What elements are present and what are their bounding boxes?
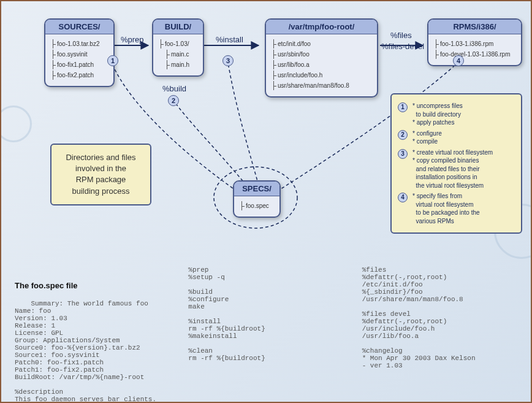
file-entry: foo-1.03.tar.bz2 — [53, 39, 108, 48]
legend-badge: 2 — [398, 130, 408, 140]
legend-badge: 1 — [398, 102, 408, 112]
spec-col1: Summary: The world famous foo Name: foo … — [15, 300, 156, 403]
file-entry: etc/init.d/foo — [273, 39, 372, 48]
file-entry: foo-fix2.patch — [53, 71, 108, 80]
file-entry: foo.sysvinit — [53, 50, 108, 59]
legend-row: 2* configure * compile — [398, 129, 515, 146]
filesdev-label: %files-devel — [381, 42, 424, 51]
legend-badge: 4 — [398, 193, 408, 202]
badge-1: 1 — [107, 55, 118, 66]
specs-box: SPECS/ foo.spec — [233, 180, 281, 218]
file-entry: foo-devel-1.03-1.i386.rpm — [436, 50, 516, 59]
sources-title: SOURCES/ — [45, 20, 113, 34]
legend-text: * specify files from virtual root filesy… — [412, 192, 480, 225]
rpms-box: RPMS/i386/ foo-1.03-1.i386.rpmfoo-devel-… — [427, 18, 522, 66]
legend-row: 4* specify files from virtual root files… — [398, 192, 515, 225]
file-entry: usr/include/foo.h — [273, 71, 372, 80]
badge-2: 2 — [168, 95, 179, 106]
sources-box: SOURCES/ foo-1.03.tar.bz2foo.sysvinitfoo… — [44, 18, 115, 87]
spec-columns: The foo.spec file Summary: The world fam… — [15, 266, 517, 403]
file-entry: main.c — [167, 50, 198, 59]
spec-col2: %prep %setup -q %build %configure make %… — [188, 266, 343, 403]
legend-row: 1* uncompress files to build directory *… — [398, 102, 515, 127]
legend-box: 1* uncompress files to build directory *… — [390, 93, 522, 234]
file-entry: usr/lib/foo.a — [273, 60, 372, 69]
build-label: %build — [162, 84, 186, 93]
bg-circle — [0, 106, 32, 142]
badge-4: 4 — [453, 55, 464, 66]
legend-text: * create virtual root filesystem * copy … — [412, 148, 493, 190]
build-box: BUILD/ foo-1.03/main.cmain.h — [152, 18, 204, 77]
file-entry: usr/sbin/foo — [273, 50, 372, 59]
rpms-title: RPMS/i386/ — [428, 20, 521, 34]
file-entry: foo-1.03/ — [161, 39, 198, 48]
specs-title: SPECS/ — [234, 182, 279, 196]
root-box: /var/tmp/foo-root/ etc/init.d/foousr/sbi… — [265, 18, 378, 98]
description-box: Directories and files involved in the RP… — [50, 144, 151, 205]
file-entry: foo-1.03-1.i386.rpm — [436, 39, 516, 48]
install-label: %install — [216, 35, 243, 44]
legend-badge: 3 — [398, 149, 408, 159]
file-entry: foo-fix1.patch — [53, 60, 108, 69]
prep-label: %prep — [121, 35, 144, 44]
spec-col3: %files %defattr(-,root,root) /etc/init.d… — [362, 266, 517, 403]
legend-row: 3* create virtual root filesystem * copy… — [398, 148, 515, 190]
file-entry: main.h — [167, 60, 198, 69]
legend-text: * uncompress files to build directory * … — [412, 102, 463, 127]
files-label: %files — [390, 31, 412, 40]
spec-title: The foo.spec file — [15, 281, 170, 290]
build-title: BUILD/ — [153, 20, 203, 34]
legend-text: * configure * compile — [412, 129, 442, 146]
file-entry: foo.spec — [241, 201, 275, 210]
badge-3: 3 — [222, 55, 234, 66]
root-title: /var/tmp/foo-root/ — [266, 20, 377, 34]
file-entry: usr/share/man/man8/foo.8 — [273, 81, 372, 90]
